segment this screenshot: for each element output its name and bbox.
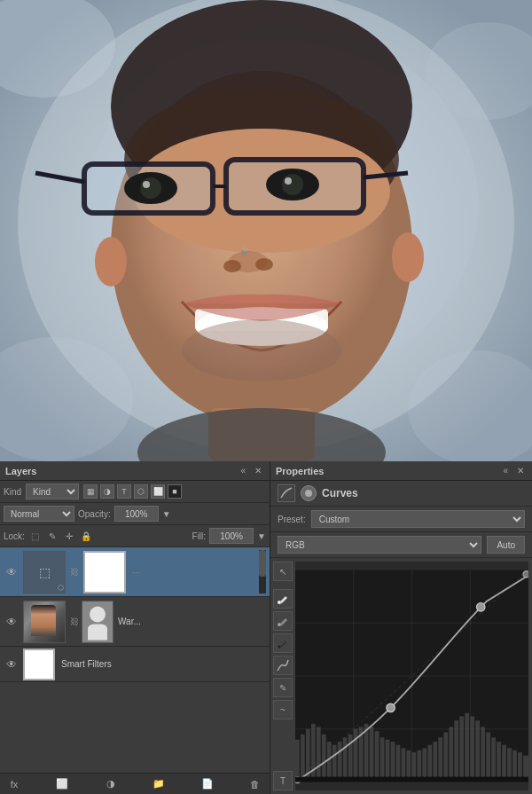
mask-icon[interactable]: ⬜ bbox=[53, 776, 71, 792]
svg-rect-59 bbox=[343, 737, 348, 782]
svg-rect-58 bbox=[338, 742, 342, 782]
properties-collapse-btn[interactable]: « bbox=[500, 465, 511, 476]
fx-icon[interactable]: fx bbox=[5, 776, 23, 792]
svg-rect-64 bbox=[370, 727, 374, 782]
svg-point-23 bbox=[255, 258, 273, 271]
layers-panel-header: Layers « ✕ bbox=[0, 461, 270, 481]
layer-item-1[interactable]: 👁 ⬚ ⬡ ⛓ ··· bbox=[0, 547, 270, 597]
eyedropper-white-tool[interactable] bbox=[273, 589, 293, 609]
layer-2-link[interactable]: ⛓ bbox=[69, 617, 80, 626]
svg-rect-85 bbox=[481, 727, 485, 782]
opacity-dropdown-icon[interactable]: ▼ bbox=[162, 509, 171, 519]
opacity-row: Normal Opacity: ▼ bbox=[0, 503, 270, 525]
group-icon[interactable]: 📁 bbox=[150, 776, 168, 792]
kind-icons: ▦ ◑ T ⬡ ⬜ ■ bbox=[83, 484, 182, 499]
svg-point-18 bbox=[282, 174, 303, 195]
fill-input[interactable] bbox=[209, 528, 254, 544]
layer-item-smart-filters[interactable]: 👁 Smart Filters bbox=[0, 647, 270, 682]
svg-rect-69 bbox=[396, 745, 401, 782]
fill-label: Fill: bbox=[192, 531, 207, 541]
curves-svg bbox=[295, 562, 528, 790]
curve-display-tool[interactable] bbox=[273, 656, 293, 675]
adjustment-filter-icon[interactable]: ◑ bbox=[100, 484, 114, 499]
adjustment-icon[interactable]: ◑ bbox=[102, 776, 120, 792]
layers-collapse-btn[interactable]: « bbox=[238, 465, 248, 476]
smart-filter-icon[interactable]: ⬜ bbox=[151, 484, 165, 499]
type-filter-icon[interactable]: T bbox=[117, 484, 131, 499]
layer-1-thumb: ⬚ ⬡ bbox=[23, 551, 66, 594]
layer-1-link[interactable]: ⛓ bbox=[69, 567, 80, 577]
smart-filter-name: Smart Filters bbox=[61, 659, 256, 669]
lock-move-icon[interactable]: ✛ bbox=[62, 529, 76, 543]
properties-close-btn[interactable]: ✕ bbox=[514, 465, 527, 476]
layer-1-visibility[interactable]: 👁 bbox=[4, 564, 20, 580]
svg-rect-67 bbox=[386, 740, 390, 782]
select-point-tool[interactable]: ↖ bbox=[273, 562, 293, 581]
black-icon[interactable]: ■ bbox=[168, 484, 182, 499]
layers-panel-controls: « ✕ bbox=[238, 465, 264, 476]
kind-select[interactable]: Kind bbox=[26, 483, 79, 499]
smart-badge: ⬡ bbox=[58, 584, 64, 592]
svg-rect-68 bbox=[391, 742, 395, 782]
svg-rect-86 bbox=[486, 732, 490, 782]
svg-point-28 bbox=[392, 232, 424, 282]
preset-label: Preset: bbox=[278, 515, 306, 524]
svg-point-16 bbox=[143, 181, 150, 188]
layer-scrollbar[interactable] bbox=[259, 550, 266, 594]
properties-panel: Properties « ✕ Curves Preset: Cust bbox=[270, 461, 532, 794]
smart-filter-thumb bbox=[23, 649, 55, 680]
svg-point-94 bbox=[387, 704, 395, 712]
smart-object-icon: ⬚ bbox=[39, 565, 51, 579]
curves-header: Curves bbox=[270, 481, 532, 507]
channel-row: RGB Red Green Blue Auto bbox=[270, 532, 532, 558]
eyedropper-gray-tool[interactable] bbox=[273, 611, 293, 631]
opacity-input[interactable] bbox=[114, 506, 159, 522]
curves-graph[interactable] bbox=[295, 562, 528, 790]
svg-rect-87 bbox=[491, 737, 496, 782]
smart-filter-visibility[interactable]: 👁 bbox=[4, 656, 20, 672]
shape-filter-icon[interactable]: ⬡ bbox=[134, 484, 148, 499]
layer-1-mask-thumb bbox=[83, 551, 126, 594]
pixel-filter-icon[interactable]: ▦ bbox=[83, 484, 98, 499]
blend-mode-select[interactable]: Normal bbox=[4, 506, 74, 522]
svg-point-95 bbox=[476, 603, 485, 612]
bottom-panel: Layers « ✕ Kind Kind ▦ ◑ T ⬡ ⬜ ■ bbox=[0, 461, 532, 794]
silhouette-body bbox=[88, 624, 107, 640]
layer-1-more[interactable]: ··· bbox=[129, 567, 143, 578]
layer-2-mask-thumb bbox=[82, 601, 113, 643]
canvas-image bbox=[0, 0, 532, 461]
svg-point-27 bbox=[95, 237, 127, 287]
properties-title: Properties bbox=[276, 466, 324, 476]
delete-layer-icon[interactable]: 🗑 bbox=[246, 776, 264, 792]
kind-row: Kind Kind ▦ ◑ T ⬡ ⬜ ■ bbox=[0, 481, 270, 503]
layers-close-btn[interactable]: ✕ bbox=[252, 465, 264, 476]
lock-paint-icon[interactable]: ✎ bbox=[45, 529, 59, 543]
auto-button[interactable]: Auto bbox=[487, 536, 525, 554]
layer-2-visibility[interactable]: 👁 bbox=[4, 614, 20, 630]
text-tool[interactable]: T bbox=[273, 771, 293, 790]
fill-dropdown-icon[interactable]: ▼ bbox=[257, 531, 266, 541]
preset-select[interactable]: Custom bbox=[311, 510, 525, 528]
pencil-tool[interactable]: ✎ bbox=[273, 678, 293, 697]
layer-2-name: War... bbox=[118, 617, 256, 626]
lock-pixel-icon[interactable]: ⬚ bbox=[28, 529, 43, 543]
svg-rect-56 bbox=[327, 742, 332, 782]
svg-rect-66 bbox=[380, 737, 385, 782]
lock-all-icon[interactable]: 🔒 bbox=[79, 529, 93, 543]
eyedropper-black-tool[interactable] bbox=[273, 633, 293, 653]
smooth-tool[interactable]: ~ bbox=[273, 700, 293, 719]
layer-item-2[interactable]: 👁 ⛓ War... bbox=[0, 597, 270, 647]
curves-dot bbox=[305, 490, 312, 497]
scrollbar-thumb[interactable] bbox=[259, 550, 266, 577]
svg-rect-84 bbox=[475, 720, 480, 782]
curves-circle-icon bbox=[301, 485, 317, 501]
smart-filter-info: Smart Filters bbox=[59, 659, 259, 669]
new-layer-icon[interactable]: 📄 bbox=[199, 776, 216, 792]
svg-point-26 bbox=[182, 319, 341, 381]
svg-point-96 bbox=[523, 571, 528, 578]
svg-rect-51 bbox=[301, 735, 305, 782]
svg-rect-53 bbox=[311, 724, 316, 782]
svg-rect-57 bbox=[332, 745, 337, 782]
channel-select[interactable]: RGB Red Green Blue bbox=[278, 536, 481, 554]
svg-rect-76 bbox=[433, 742, 437, 782]
